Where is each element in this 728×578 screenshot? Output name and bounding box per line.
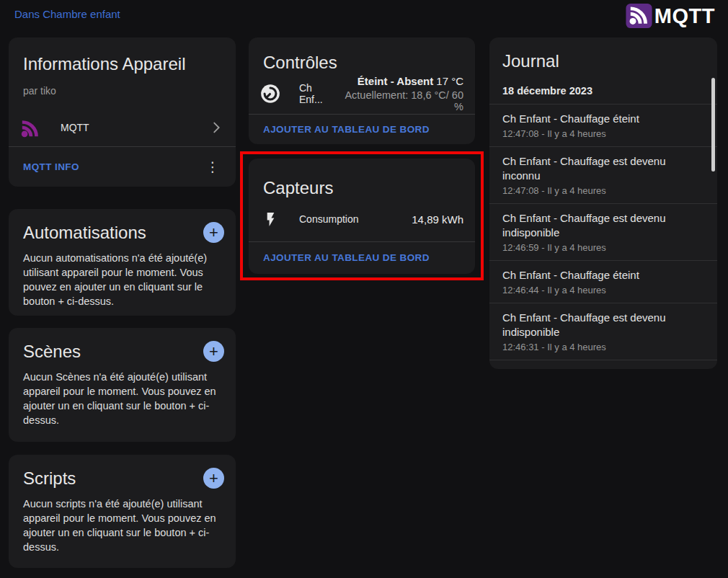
automations-card: Automatisations + Aucun automatisations …	[9, 209, 236, 316]
sensors-title: Capteurs	[249, 159, 475, 199]
device-page: Dans Chambre enfant MQTT Informations Ap…	[0, 0, 728, 578]
logbook-entry-time: 12:47:08 - Il y a 4 heures	[502, 185, 704, 197]
logbook-card: Journal 18 décembre 2023 Ch Enfant - Cha…	[489, 37, 717, 369]
controls-card: Contrôles Ch Enf... Éteint - Absent 17 °…	[249, 37, 475, 144]
logbook-title: Journal	[489, 37, 717, 72]
logbook-entry[interactable]: Ch Enfant - Chauffage éteint 12:46:44 - …	[489, 260, 717, 303]
controls-title: Contrôles	[249, 37, 475, 74]
logbook-entry-message: Ch Enfant - Chauffage éteint	[502, 268, 704, 283]
scripts-card: Scripts + Aucun scripts n'a été ajouté(e…	[9, 455, 236, 568]
logbook-entry-message: Ch Enfant - Chauffage est devenu indispo…	[502, 211, 704, 240]
add-automation-button[interactable]: +	[203, 222, 224, 243]
logbook-entry[interactable]: Ch Enfant - Chauffage éteint	[489, 360, 717, 369]
scenes-card: Scènes + Aucun Scènes n'a été ajouté(e) …	[9, 328, 236, 442]
climate-state-primary: Éteint - Absent	[358, 75, 433, 87]
chevron-right-icon	[208, 120, 224, 135]
scenes-title: Scènes	[23, 341, 81, 363]
scripts-title: Scripts	[23, 468, 76, 489]
climate-entity-row[interactable]: Ch Enf... Éteint - Absent 17 °C Actuelle…	[249, 76, 475, 111]
mqtt-logo-icon	[626, 4, 652, 28]
sensors-actions: AJOUTER AU TABLEAU DE BORD	[249, 241, 475, 274]
sensor-entity-row[interactable]: Consumption 14,89 kWh	[249, 202, 475, 236]
logbook-entry-message: Ch Enfant - Chauffage est devenu indispo…	[502, 311, 704, 339]
add-script-button[interactable]: +	[203, 468, 224, 489]
logbook-entry-time: 12:46:44 - Il y a 4 heures	[502, 285, 704, 296]
climate-state-temperature: 17 °C	[436, 75, 463, 87]
device-manufacturer: par tiko	[9, 75, 236, 97]
logbook-entry[interactable]: Ch Enfant - Chauffage est devenu indispo…	[489, 203, 717, 260]
logbook-entry-time: 12:46:31 - Il y a 4 heures	[502, 342, 704, 353]
logbook-date-header: 18 décembre 2023	[502, 84, 704, 104]
mqtt-logo: MQTT	[626, 4, 715, 28]
sensors-card: Capteurs Consumption 14,89 kWh AJOUTER A…	[249, 159, 475, 274]
mqtt-logo-text: MQTT	[654, 4, 715, 28]
integration-row[interactable]: MQTT	[9, 110, 236, 146]
integration-name: MQTT	[61, 122, 89, 133]
sensor-entity-value: 14,89 kWh	[412, 213, 463, 226]
device-info-card: Informations Appareil par tiko MQTT MQTT…	[9, 37, 236, 187]
thermostat-icon	[260, 84, 280, 104]
mqtt-info-button[interactable]: MQTT INFO	[23, 161, 79, 172]
climate-state-secondary: Actuellement: 18,6 °C/ 60 %	[337, 89, 463, 112]
automations-empty-text: Aucun automatisations n'a été ajouté(e) …	[9, 251, 236, 308]
add-controls-to-dashboard-button[interactable]: AJOUTER AU TABLEAU DE BORD	[263, 124, 430, 135]
logbook-entry[interactable]: Ch Enfant - Chauffage est devenu indispo…	[489, 303, 717, 360]
logbook-scrollbar[interactable]	[711, 78, 715, 172]
controls-actions: AJOUTER AU TABLEAU DE BORD	[249, 114, 475, 144]
logbook-entry-time: 12:47:08 - Il y a 4 heures	[502, 128, 704, 140]
scenes-empty-text: Aucun Scènes n'a été ajouté(e) utilisant…	[9, 370, 236, 427]
mqtt-integration-icon	[20, 117, 42, 138]
automations-title: Automatisations	[23, 222, 146, 244]
add-scene-button[interactable]: +	[203, 341, 224, 362]
climate-state: Éteint - Absent 17 °C Actuellement: 18,6…	[337, 75, 463, 112]
sensor-entity-name: Consumption	[299, 213, 359, 225]
climate-entity-name: Ch Enf...	[299, 82, 337, 105]
logbook-entry-message: Ch Enfant - Chauffage est devenu inconnu	[502, 154, 704, 183]
logbook-entry[interactable]: Ch Enfant - Chauffage est devenu inconnu…	[489, 146, 717, 203]
logbook-entry-message: Ch Enfant - Chauffage éteint	[502, 112, 704, 126]
flash-icon	[260, 211, 280, 228]
overflow-menu-icon[interactable]: ⋮	[198, 153, 227, 182]
logbook-entry-time: 12:46:59 - Il y a 4 heures	[502, 242, 704, 254]
logbook-entry-message: Ch Enfant - Chauffage éteint	[502, 368, 704, 369]
device-info-actions: MQTT INFO ⋮	[9, 147, 236, 187]
scripts-empty-text: Aucun scripts n'a été ajouté(e) utilisan…	[9, 497, 236, 554]
device-info-title: Informations Appareil	[9, 37, 236, 75]
add-sensors-to-dashboard-button[interactable]: AJOUTER AU TABLEAU DE BORD	[263, 252, 430, 263]
logbook-entries: Ch Enfant - Chauffage éteint 12:47:08 - …	[489, 104, 717, 369]
logbook-entry[interactable]: Ch Enfant - Chauffage éteint 12:47:08 - …	[489, 104, 717, 146]
breadcrumb[interactable]: Dans Chambre enfant	[14, 8, 120, 20]
